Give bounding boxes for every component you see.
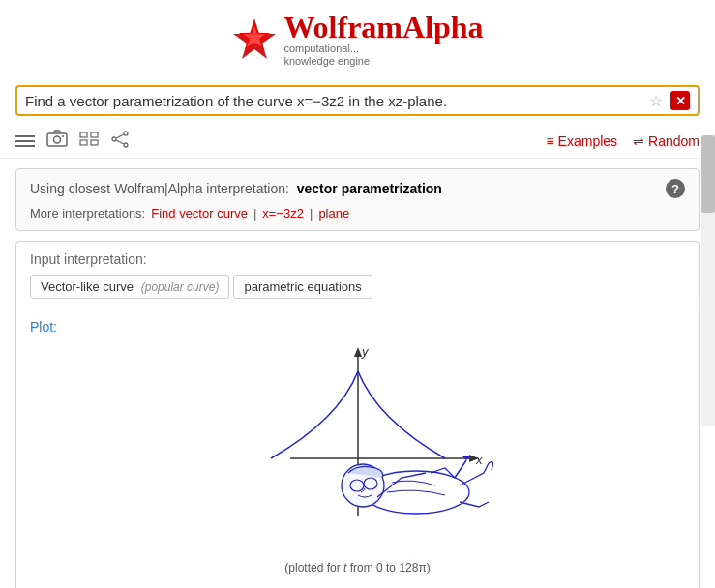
logo: WolframAlpha computational... knowledge … bbox=[231, 12, 483, 68]
tag-main-text: Vector-like curve bbox=[41, 279, 134, 294]
plot-section: Plot: y x bbox=[16, 309, 699, 584]
interp-more: More interpretations: Find vector curve … bbox=[30, 206, 685, 220]
scrollbar[interactable] bbox=[701, 135, 715, 426]
tag-secondary-text: parametric equations bbox=[244, 279, 361, 294]
toolbar-left bbox=[15, 130, 130, 152]
interp-top: Using closest Wolfram|Alpha interpretati… bbox=[30, 179, 685, 198]
clear-icon[interactable]: ✕ bbox=[670, 91, 690, 110]
scrollbar-thumb[interactable] bbox=[701, 135, 715, 213]
search-bar: ☆ ✕ bbox=[15, 85, 700, 116]
svg-line-26 bbox=[455, 460, 466, 478]
search-action-icons: ☆ ✕ bbox=[649, 91, 690, 110]
logo-text: WolframAlpha computational... knowledge … bbox=[283, 12, 483, 68]
logo-main-text: WolframAlpha bbox=[283, 12, 483, 43]
favorite-icon[interactable]: ☆ bbox=[649, 92, 663, 110]
svg-line-14 bbox=[116, 140, 124, 144]
svg-point-5 bbox=[62, 135, 64, 137]
examples-label: Examples bbox=[558, 133, 617, 149]
svg-rect-3 bbox=[47, 133, 67, 146]
svg-rect-6 bbox=[80, 132, 87, 137]
find-vector-curve-link[interactable]: Find vector curve bbox=[151, 206, 248, 220]
plot-caption: (plotted for t from 0 to 128π) bbox=[30, 561, 685, 574]
input-interpretation: Input interpretation: Vector-like curve … bbox=[16, 242, 699, 309]
svg-point-10 bbox=[124, 132, 128, 135]
divider-1: | bbox=[253, 206, 256, 220]
random-icon: ⇌ bbox=[633, 133, 644, 149]
vector-like-curve-tag[interactable]: Vector-like curve (popular curve) bbox=[30, 275, 229, 299]
interp-text: Using closest Wolfram|Alpha interpretati… bbox=[30, 181, 442, 196]
more-label: More interpretations: bbox=[30, 206, 145, 220]
interp-term: vector parametrization bbox=[297, 181, 442, 196]
logo-sub-text: computational... knowledge engine bbox=[283, 43, 483, 68]
divider-2: | bbox=[310, 206, 313, 220]
search-container: ☆ ✕ bbox=[0, 77, 715, 124]
svg-line-13 bbox=[116, 134, 124, 138]
random-link[interactable]: ⇌ Random bbox=[633, 133, 700, 149]
header: WolframAlpha computational... knowledge … bbox=[0, 0, 715, 77]
random-label: Random bbox=[648, 133, 700, 149]
toolbar-right: ≡ Examples ⇌ Random bbox=[546, 133, 700, 149]
examples-link[interactable]: ≡ Examples bbox=[546, 133, 617, 149]
result-section: Input interpretation: Vector-like curve … bbox=[15, 241, 700, 588]
search-input[interactable] bbox=[25, 93, 649, 109]
caption-prefix: (plotted for bbox=[284, 561, 343, 574]
svg-rect-9 bbox=[91, 140, 98, 145]
xz-link[interactable]: x=−3z2 bbox=[262, 206, 304, 220]
svg-point-4 bbox=[54, 136, 61, 143]
plot-area: y x bbox=[30, 342, 685, 555]
grid-icon[interactable] bbox=[79, 132, 99, 150]
help-button[interactable]: ? bbox=[666, 179, 685, 198]
svg-rect-7 bbox=[91, 132, 98, 137]
input-interp-label: Input interpretation: bbox=[30, 251, 685, 267]
svg-point-12 bbox=[124, 143, 128, 147]
svg-text:x: x bbox=[475, 453, 483, 467]
share-icon[interactable] bbox=[110, 131, 130, 152]
interactivity-row: ⚡ Enable interactivity bbox=[16, 584, 699, 588]
camera-icon[interactable] bbox=[46, 130, 68, 152]
logo-star-icon bbox=[231, 16, 278, 63]
tag-popular-text: (popular curve) bbox=[137, 280, 220, 294]
plot-figure: y x bbox=[223, 342, 493, 555]
svg-point-11 bbox=[112, 137, 116, 141]
svg-marker-16 bbox=[354, 347, 362, 357]
menu-icon[interactable] bbox=[15, 135, 35, 147]
parametric-equations-tag[interactable]: parametric equations bbox=[233, 275, 372, 299]
examples-icon: ≡ bbox=[546, 133, 553, 149]
plot-label: Plot: bbox=[30, 319, 685, 335]
interp-tags: Vector-like curve (popular curve) parame… bbox=[30, 275, 685, 299]
caption-suffix: ) bbox=[427, 561, 431, 574]
interpretation-bar: Using closest Wolfram|Alpha interpretati… bbox=[15, 168, 700, 231]
caption-range: from 0 to 128 bbox=[346, 561, 418, 574]
toolbar: ≡ Examples ⇌ Random bbox=[0, 124, 715, 159]
svg-rect-8 bbox=[80, 140, 87, 145]
plane-link[interactable]: plane bbox=[318, 206, 349, 220]
interp-prefix: Using closest Wolfram|Alpha interpretati… bbox=[30, 181, 289, 196]
caption-pi: π bbox=[418, 561, 426, 574]
svg-text:y: y bbox=[361, 344, 370, 359]
